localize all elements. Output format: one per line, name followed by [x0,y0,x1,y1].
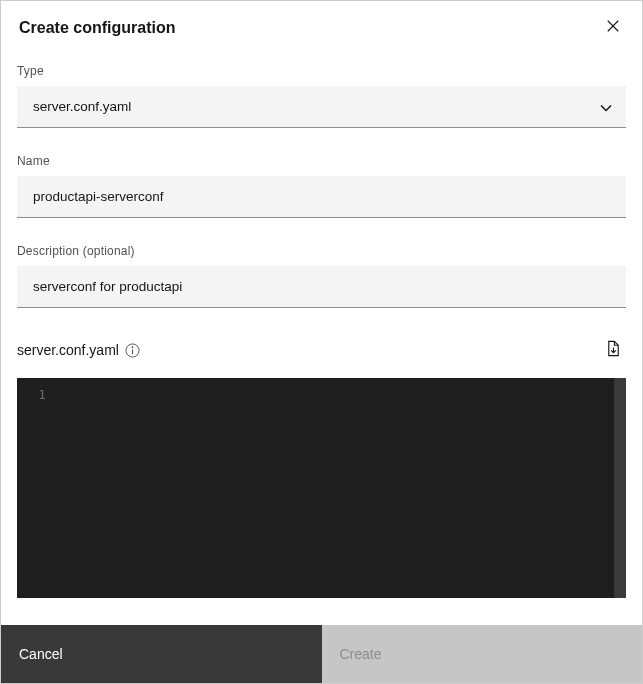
modal-body[interactable]: Type server.conf.yaml Name Description (… [1,50,642,625]
code-editor[interactable]: 1 [17,378,626,598]
editor-scrollbar[interactable] [614,378,626,598]
modal-title: Create configuration [19,19,175,37]
svg-point-1 [132,347,133,348]
close-icon [606,19,620,36]
cancel-button[interactable]: Cancel [1,625,322,683]
description-field-group: Description (optional) [17,244,626,308]
type-label: Type [17,64,626,78]
modal-footer: Cancel Create [1,625,642,683]
editor-section: server.conf.yaml [17,336,626,598]
info-icon[interactable] [125,341,140,359]
name-input[interactable] [17,176,626,218]
type-field-group: Type server.conf.yaml [17,64,626,128]
description-input[interactable] [17,266,626,308]
code-content[interactable] [67,378,626,598]
type-select[interactable]: server.conf.yaml [17,86,626,128]
name-label: Name [17,154,626,168]
line-number: 1 [17,388,67,402]
close-button[interactable] [602,15,624,40]
create-button[interactable]: Create [322,625,643,683]
create-configuration-modal: Create configuration Type server.conf.ya… [1,1,642,683]
modal-header: Create configuration [1,1,642,50]
name-field-group: Name [17,154,626,218]
import-file-button[interactable] [601,336,626,364]
editor-title: server.conf.yaml [17,342,119,358]
document-import-icon [605,345,622,360]
description-label: Description (optional) [17,244,626,258]
editor-header: server.conf.yaml [17,336,626,364]
code-gutter: 1 [17,378,67,598]
